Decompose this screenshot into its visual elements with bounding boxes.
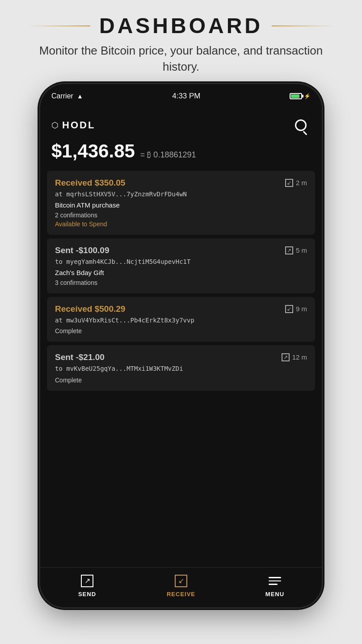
tx-label-1: Bitcoin ATM purchase <box>55 201 307 209</box>
tx-label-2: Zach's Bday Gift <box>55 269 307 276</box>
tx-address-2: to myegYamh4KCJb...NcjtiM5G4upevHc1T <box>55 258 307 265</box>
transaction-item-3[interactable]: Received $500.29 9 m at mw3uV4YbxRisCt..… <box>47 297 315 342</box>
tx-time-label-3: 9 m <box>296 305 307 313</box>
battery-fill <box>291 94 299 98</box>
send-icon-4 <box>282 353 290 361</box>
tx-header-1: Received $350.05 2 m <box>55 178 307 188</box>
phone-body: Carrier ▲ 4:33 PM ⚡ ⬡ HODL <box>40 84 322 607</box>
tx-time-2: 5 m <box>285 246 307 254</box>
send-arrow-icon <box>81 575 93 587</box>
page-title: DASHBOARD <box>99 13 263 38</box>
clock: 4:33 PM <box>172 92 200 101</box>
header-right-line <box>272 25 335 26</box>
transaction-item-1[interactable]: Received $350.05 2 m at mqrhsLStHXV5V...… <box>47 171 315 235</box>
phone-content: ⬡ HODL $1,436.85 = ₿ 0.18861291 <box>40 109 322 607</box>
carrier-text: Carrier <box>51 92 73 100</box>
tx-time-label-4: 12 m <box>292 353 307 361</box>
menu-line-3 <box>269 584 278 585</box>
tx-confirmations-1: 2 confirmations <box>55 212 307 219</box>
app-header: ⬡ HODL $1,436.85 = ₿ 0.18861291 <box>40 109 322 166</box>
hamburger-icon <box>269 577 281 585</box>
carrier-wifi: Carrier ▲ <box>51 92 83 100</box>
transactions-list: Received $350.05 2 m at mqrhsLStHXV5V...… <box>40 166 322 567</box>
tx-address-4: to mvKvBeU25gqYa...MTMxi1W3KTMvZDi <box>55 365 307 372</box>
receive-icon-1 <box>285 179 293 187</box>
tx-amount-3: Received $500.29 <box>55 304 125 314</box>
menu-nav-label: MENU <box>265 591 284 597</box>
tx-amount-4: Sent -$21.00 <box>55 352 105 362</box>
tx-header-3: Received $500.29 9 m <box>55 304 307 314</box>
battery-icon <box>290 93 302 99</box>
tx-time-label-1: 2 m <box>296 179 307 186</box>
receive-arrow-icon <box>175 575 187 587</box>
tx-time-3: 9 m <box>285 305 307 313</box>
battery-container: ⚡ <box>290 93 311 99</box>
nav-send[interactable]: SEND <box>40 573 134 597</box>
tx-status-3: Complete <box>55 327 307 335</box>
charging-icon: ⚡ <box>304 93 311 99</box>
page-header: DASHBOARD Monitor the Bitcoin price, you… <box>0 0 362 84</box>
send-icon-2 <box>285 246 293 254</box>
tx-header-2: Sent -$100.09 5 m <box>55 246 307 255</box>
send-nav-label: SEND <box>78 591 96 597</box>
nav-receive[interactable]: RECEIVE <box>134 573 228 597</box>
search-icon <box>295 119 307 131</box>
menu-nav-icon <box>267 573 283 589</box>
balance-row: $1,436.85 = ₿ 0.18861291 <box>51 140 311 162</box>
bottom-navigation: SEND RECEIVE MEN <box>40 567 322 607</box>
tx-time-1: 2 m <box>285 179 307 187</box>
balance-usd: $1,436.85 <box>51 140 135 162</box>
receive-nav-label: RECEIVE <box>167 591 195 597</box>
tx-time-4: 12 m <box>282 353 307 361</box>
tx-address-3: at mw3uV4YbxRisCt...Pb4cErkZt8x3y7vvp <box>55 317 307 324</box>
transaction-item-4[interactable]: Sent -$21.00 12 m to mvKvBeU25gqYa...MTM… <box>47 345 315 391</box>
phone-mockup: Carrier ▲ 4:33 PM ⚡ ⬡ HODL <box>38 84 324 644</box>
balance-btc: = ₿ 0.18861291 <box>140 150 196 160</box>
logo-diamond-icon: ⬡ <box>51 120 59 130</box>
tx-confirmations-2: 3 confirmations <box>55 279 307 286</box>
tx-address-1: at mqrhsLStHXV5V...7yZnzmRvDrFDu4wN <box>55 191 307 198</box>
menu-line-2 <box>269 580 281 582</box>
logo-text: HODL <box>62 119 95 131</box>
app-logo: ⬡ HODL <box>51 119 95 131</box>
tx-amount-2: Sent -$100.09 <box>55 246 109 255</box>
search-button[interactable] <box>291 115 311 135</box>
tx-status-1: Available to Spend <box>55 220 307 228</box>
tx-time-label-2: 5 m <box>296 246 307 254</box>
tx-status-4: Complete <box>55 377 307 384</box>
status-bar: Carrier ▲ 4:33 PM ⚡ <box>40 84 322 109</box>
nav-menu[interactable]: MENU <box>228 573 322 597</box>
tx-amount-1: Received $350.05 <box>55 178 125 188</box>
wifi-icon: ▲ <box>77 93 83 100</box>
send-nav-icon <box>79 573 95 589</box>
page-subtitle: Monitor the Bitcoin price, your balance,… <box>27 42 335 75</box>
receive-nav-icon <box>173 573 189 589</box>
transaction-item-2[interactable]: Sent -$100.09 5 m to myegYamh4KCJb...Ncj… <box>47 238 315 293</box>
tx-header-4: Sent -$21.00 12 m <box>55 352 307 362</box>
header-left-line <box>27 25 90 26</box>
app-logo-row: ⬡ HODL <box>51 115 311 135</box>
menu-line-1 <box>269 577 281 578</box>
receive-icon-3 <box>285 305 293 313</box>
